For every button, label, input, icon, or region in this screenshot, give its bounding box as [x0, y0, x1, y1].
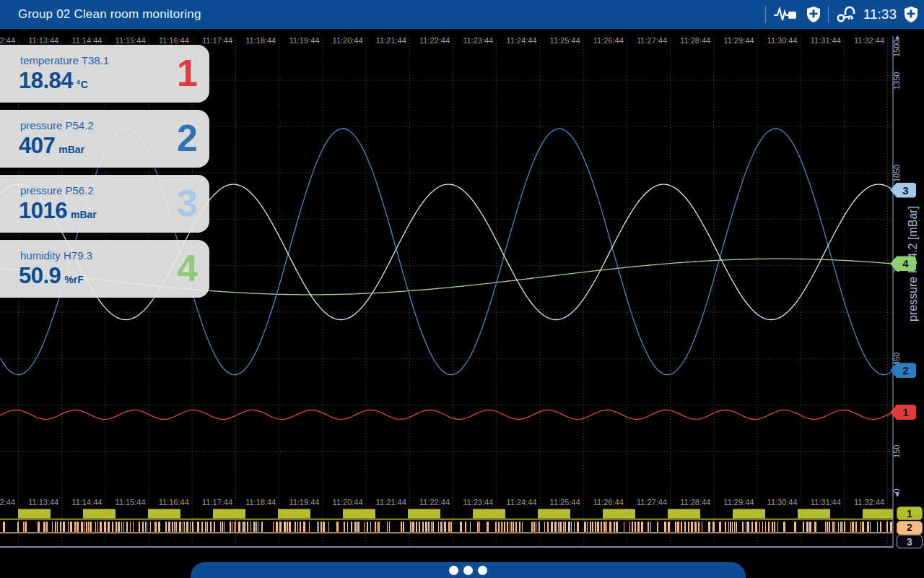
event-bar-row2 [806, 522, 808, 532]
event-bar-row2 [751, 522, 753, 532]
channel-unit: %rF [64, 274, 83, 285]
event-bar-row1 [733, 509, 765, 519]
event-bar-row2 [289, 522, 291, 532]
event-row-badge-1[interactable]: 1 [897, 506, 923, 520]
event-bar-row2 [677, 522, 679, 532]
event-bar-row2 [378, 522, 380, 532]
event-bar-row2 [712, 522, 715, 532]
event-bar-row2 [862, 522, 864, 532]
event-bar-row2 [309, 522, 310, 532]
event-bar-row2 [511, 522, 512, 532]
event-bar-row2 [762, 522, 763, 532]
event-bar-row2 [118, 522, 120, 532]
event-bar-row2 [470, 522, 471, 532]
channel-marker-label: 3 [902, 184, 908, 197]
event-bar-row2 [351, 522, 352, 532]
event-bar-row2 [317, 522, 318, 532]
event-bar-row2 [235, 522, 236, 532]
event-bar-row1 [473, 509, 505, 519]
event-bar-row1 [798, 509, 830, 519]
event-bar-row2 [571, 522, 572, 532]
event-bar-row2 [70, 522, 72, 532]
event-bar-row2 [597, 522, 599, 532]
event-bar-row2 [243, 522, 245, 532]
event-bar-row2 [422, 522, 424, 532]
event-bar-row2 [772, 522, 773, 532]
event-bar-row2 [174, 522, 175, 532]
event-bar-row2 [825, 522, 826, 532]
y-tick-1050: 1050 [892, 165, 901, 182]
event-bar-row2 [650, 522, 651, 532]
event-bar-row2 [60, 522, 61, 532]
event-bar-row2 [147, 522, 147, 532]
event-bar-row2 [168, 522, 170, 532]
event-bar-row2 [732, 522, 733, 532]
event-bar-row1 [213, 509, 245, 519]
event-bar-row2 [179, 522, 181, 532]
event-bar-row2 [880, 522, 881, 532]
event-bar-row2 [592, 522, 593, 532]
event-bar-row2 [74, 522, 76, 532]
event-bar-row2 [832, 522, 834, 532]
event-bar-row2 [708, 522, 710, 532]
event-bar-row2 [220, 522, 221, 532]
channel-card-2[interactable]: pressure P54.2407mBar2 [0, 110, 209, 168]
event-bar-row2 [190, 522, 191, 532]
event-bar-row2 [504, 522, 505, 532]
event-bar-row2 [664, 522, 666, 532]
channel-value: 1016 [19, 198, 67, 224]
time-label: 11:32:44 [854, 498, 884, 506]
event-bar-row2 [205, 522, 206, 532]
event-bar-row2 [702, 522, 702, 532]
event-bar-row1 [863, 509, 893, 519]
y-tick-0: ◂0 [892, 489, 902, 498]
time-label: 11:28:44 [680, 36, 710, 45]
event-bar-row2 [603, 522, 606, 532]
event-bar-row2 [477, 522, 479, 532]
event-bar-row1 [278, 509, 310, 519]
channel-card-4[interactable]: humidity H79.350.9%rF4 [0, 240, 209, 298]
event-bar-row2 [448, 522, 450, 532]
event-bar-row2 [297, 522, 298, 532]
event-bar-row2 [675, 522, 676, 532]
time-label: 11:23:44 [463, 498, 493, 506]
event-bar-row2 [55, 522, 56, 532]
time-label: 11:20:44 [333, 36, 363, 45]
time-label: 11:28:44 [680, 498, 710, 506]
event-bar-row2 [568, 522, 570, 532]
time-label: 11:23:44 [463, 36, 493, 45]
event-bar-row2 [814, 522, 816, 532]
event-bar-row2 [300, 522, 301, 532]
channel-card-3[interactable]: pressure P56.21016mBar3 [0, 175, 209, 233]
channel-marker-label: 4 [902, 257, 908, 269]
event-bar-row1 [538, 509, 570, 519]
time-label: 11:25:44 [550, 498, 580, 506]
event-bar-row2 [68, 522, 69, 532]
event-bar-row2 [547, 522, 549, 532]
channel-name: pressure P56.2 [20, 184, 94, 197]
event-bar-row2 [641, 522, 643, 532]
event-row-badge-2[interactable]: 2 [897, 521, 923, 535]
event-bar-row2 [17, 522, 19, 532]
event-bar-row2 [736, 522, 737, 532]
event-bar-row2 [364, 522, 365, 532]
event-bar-row2 [210, 522, 212, 532]
event-bar-row2 [108, 522, 110, 532]
event-bar-row2 [565, 522, 566, 532]
event-bar-row2 [728, 522, 729, 532]
event-bar-row1 [343, 509, 375, 519]
time-label: 11:30:44 [767, 498, 798, 506]
event-bar-row2 [577, 522, 579, 532]
event-bar-row2 [539, 522, 540, 532]
event-row-badge-3[interactable]: 3 [897, 535, 923, 548]
event-bar-row2 [809, 522, 811, 532]
event-bar-row2 [513, 522, 514, 532]
event-bar-row2 [192, 522, 193, 532]
channel-number: 2 [177, 110, 198, 168]
event-bar-row2 [321, 522, 322, 532]
event-bar-row2 [377, 522, 378, 532]
event-bar-row2 [23, 522, 24, 532]
time-label: 11:16:44 [159, 36, 189, 45]
bottom-sheet-handle[interactable] [191, 562, 746, 578]
channel-card-1[interactable]: temperature T38.118.84°C1 [0, 45, 209, 103]
